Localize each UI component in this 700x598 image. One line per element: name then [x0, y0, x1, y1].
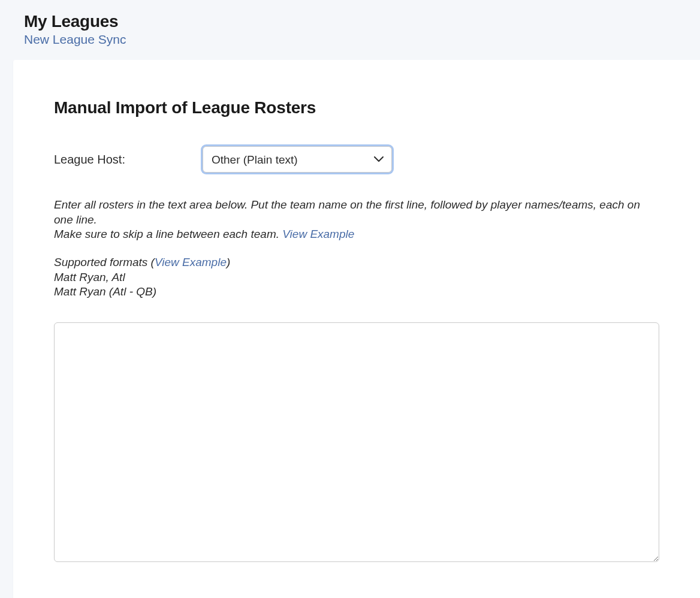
page-title: My Leagues	[24, 12, 700, 31]
formats-label-prefix: Supported formats (	[54, 256, 155, 268]
instructions-block: Enter all rosters in the text area below…	[54, 198, 659, 242]
view-example-link-1[interactable]: View Example	[282, 228, 354, 240]
roster-textarea[interactable]	[54, 322, 659, 562]
format-example-1: Matt Ryan, Atl	[54, 271, 125, 283]
formats-block: Supported formats (View Example) Matt Ry…	[54, 255, 659, 300]
league-host-select[interactable]: Other (Plain text)	[203, 146, 392, 173]
section-title: Manual Import of League Rosters	[54, 98, 659, 117]
content-card: Manual Import of League Rosters League H…	[13, 60, 700, 598]
breadcrumb-new-league-sync[interactable]: New League Sync	[24, 32, 700, 47]
instructions-line1: Enter all rosters in the text area below…	[54, 198, 640, 226]
formats-label-suffix: )	[227, 256, 230, 268]
format-example-2: Matt Ryan (Atl - QB)	[54, 285, 156, 298]
view-example-link-2[interactable]: View Example	[155, 256, 227, 268]
league-host-label: League Host:	[54, 153, 203, 167]
league-host-row: League Host: Other (Plain text)	[54, 146, 659, 173]
page-header: My Leagues New League Sync	[0, 0, 700, 55]
instructions-line2: Make sure to skip a line between each te…	[54, 228, 282, 240]
league-host-select-wrap: Other (Plain text)	[203, 146, 392, 173]
